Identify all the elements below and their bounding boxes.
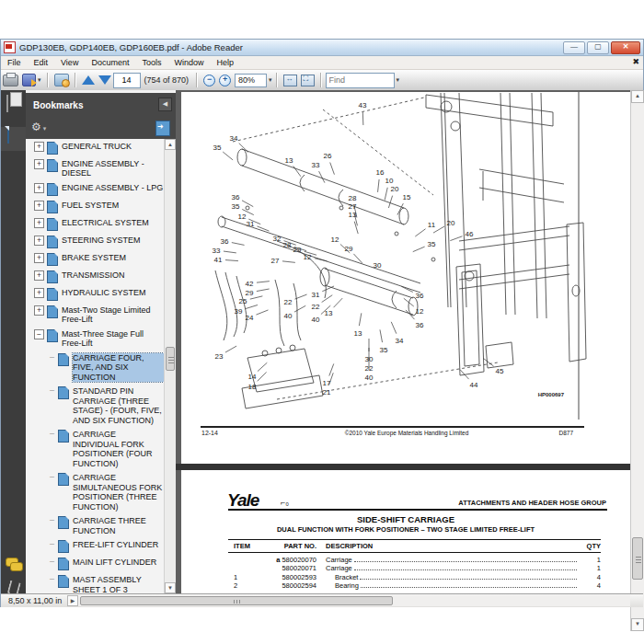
bookmark-item[interactable]: +ELECTRICAL SYSTEM — [26, 215, 165, 233]
bookmark-item[interactable]: +FUEL SYSTEM — [26, 198, 165, 215]
bookmark-item[interactable]: –FREE-LIFT CYLINDER — [26, 538, 165, 556]
page-number-input[interactable] — [113, 73, 141, 88]
minimize-button[interactable]: — — [563, 41, 585, 54]
bookmark-item[interactable]: +TRANSMISSION — [26, 268, 165, 285]
bookmark-label[interactable]: STANDARD PIN CARRIAGE (THREE STAGE) - (F… — [73, 386, 164, 425]
fit-width-icon[interactable] — [283, 75, 297, 86]
expander-icon[interactable]: + — [34, 270, 44, 281]
menu-item-edit[interactable]: Edit — [28, 56, 55, 69]
bookmark-label[interactable]: STEERING SYSTEM — [62, 236, 164, 246]
zoom-in-icon[interactable]: + — [219, 75, 231, 86]
bookmark-label[interactable]: FUEL SYSTEM — [62, 201, 164, 211]
bookmark-label[interactable]: MAST ASSEMBLY SHEET 1 OF 3 — [73, 575, 164, 593]
next-page-button[interactable] — [98, 75, 111, 85]
scrollbar-thumb[interactable] — [166, 347, 175, 371]
bookmark-item[interactable]: –STANDARD PIN CARRIAGE (THREE STAGE) - (… — [26, 385, 165, 428]
horizontal-scrollbar[interactable]: ◀ ▶ — [67, 595, 630, 606]
bookmark-item[interactable]: +ENGINE ASSEMBLY - DIESEL — [26, 156, 165, 180]
bookmark-label[interactable]: BRAKE SYSTEM — [62, 253, 164, 263]
bookmark-label[interactable]: Mast-Two Stage Limited Free-Lift — [62, 305, 164, 325]
expander-icon[interactable]: + — [34, 183, 44, 193]
bookmark-label[interactable]: CARRIAGE INDIVIDUAL FORK POSITIONER (FOU… — [73, 430, 164, 468]
cell-part-no: 580002593 — [252, 573, 316, 581]
expander-icon[interactable]: + — [34, 201, 44, 211]
toolbar-divider — [196, 73, 198, 87]
page-size-label: 8,50 x 11,00 in — [8, 596, 62, 605]
diagram-callout: 31 — [247, 220, 255, 228]
page-thumbnails-icon[interactable] — [5, 96, 22, 116]
chevron-down-icon[interactable]: ▾ — [269, 76, 272, 84]
attachments-paperclip-icon[interactable] — [6, 581, 21, 593]
zoom-level-select[interactable]: 80% — [235, 74, 267, 87]
menu-item-tools[interactable]: Tools — [135, 56, 167, 69]
scrollbar-thumb[interactable] — [80, 596, 393, 605]
menu-item-document[interactable]: Document — [85, 56, 135, 69]
scroll-right-icon[interactable]: ▶ — [67, 595, 78, 606]
bookmark-label[interactable]: MAIN LIFT CYLINDER — [73, 558, 164, 568]
bookmark-label[interactable]: ENGINE ASSEMBLY - LPG — [62, 183, 164, 193]
collapse-panel-icon[interactable]: ◀ — [158, 98, 172, 111]
expander-icon[interactable]: + — [34, 236, 44, 246]
expander-icon[interactable]: + — [34, 305, 44, 316]
menu-item-view[interactable]: View — [54, 56, 85, 69]
scroll-up-icon[interactable]: ▲ — [165, 139, 176, 150]
scrollbar-thumb[interactable] — [632, 537, 643, 580]
previous-page-button[interactable] — [82, 75, 95, 85]
send-button[interactable]: ▾ — [22, 74, 41, 86]
callout-leader-line — [385, 188, 387, 201]
bookmark-label[interactable]: HYDRAULIC SYSTEM — [62, 288, 164, 298]
expand-current-bookmark-icon[interactable] — [155, 121, 170, 136]
expander-icon[interactable]: − — [34, 329, 44, 339]
bookmark-label-selected[interactable]: CARRIAGE FOUR, FIVE, AND SIX FUNCTION — [73, 353, 164, 383]
options-gear-icon[interactable]: ⚙▾ — [31, 121, 46, 133]
document-close-icon[interactable]: ✖ — [632, 57, 639, 66]
scroll-down-icon[interactable]: ▼ — [631, 618, 644, 631]
menu-item-file[interactable]: File — [1, 56, 28, 69]
comments-icon[interactable] — [10, 562, 23, 571]
print-button[interactable] — [3, 75, 18, 86]
bookmark-item[interactable]: +GENERAL TRUCK — [26, 139, 165, 156]
expander-icon[interactable]: + — [34, 142, 44, 152]
bookmark-label[interactable]: CARRIAGE THREE FUNCTION — [73, 516, 164, 535]
page-count-label: (754 of 870) — [144, 75, 190, 85]
bookmark-item[interactable]: –CARRIAGE THREE FUNCTION — [26, 514, 165, 538]
expander-icon[interactable]: + — [34, 218, 44, 228]
zoom-out-icon[interactable]: − — [203, 75, 215, 86]
bookmarks-scrollbar[interactable]: ▲ ▼ — [164, 139, 176, 593]
bookmark-item[interactable]: –CARRIAGE INDIVIDUAL FORK POSITIONER (FO… — [26, 428, 165, 471]
bookmark-label[interactable]: FREE-LIFT CYLINDER — [73, 540, 164, 550]
bookmarks-tab[interactable] — [1, 127, 26, 151]
bookmark-label[interactable]: GENERAL TRUCK — [62, 142, 164, 152]
bookmark-label[interactable]: ENGINE ASSEMBLY - DIESEL — [62, 159, 164, 178]
chevron-down-icon[interactable]: ▾ — [397, 76, 400, 84]
bookmark-label[interactable]: ELECTRICAL SYSTEM — [62, 218, 164, 228]
expander-icon[interactable]: + — [34, 288, 44, 298]
menu-item-help[interactable]: Help — [210, 56, 240, 69]
bookmark-item[interactable]: +ENGINE ASSEMBLY - LPG — [26, 180, 165, 198]
bookmark-item[interactable]: +BRAKE SYSTEM — [26, 250, 165, 268]
expander-icon[interactable]: + — [34, 159, 44, 169]
find-input[interactable] — [326, 73, 395, 88]
bookmark-item[interactable]: –CARRIAGE FOUR, FIVE, AND SIX FUNCTION — [26, 351, 165, 385]
bookmark-page-icon — [47, 159, 58, 172]
menu-item-window[interactable]: Window — [167, 56, 210, 69]
bookmark-item[interactable]: –MAIN LIFT CYLINDER — [26, 556, 165, 573]
bookmark-label[interactable]: TRANSMISSION — [62, 270, 164, 281]
bookmark-label[interactable]: CARRIAGE SIMULTANEOUS FORK POSITIONER (T… — [73, 473, 164, 512]
bookmark-label[interactable]: Mast-Three Stage Full Free-Lift — [62, 329, 164, 349]
collaborate-button[interactable] — [54, 74, 69, 86]
vertical-scrollbar[interactable]: ▲ ▼ — [630, 90, 644, 631]
bookmark-item[interactable]: –CARRIAGE SIMULTANEOUS FORK POSITIONER (… — [26, 471, 165, 514]
maximize-button[interactable]: ▢ — [587, 41, 609, 54]
expander-icon[interactable]: + — [34, 253, 44, 263]
bookmark-item[interactable]: +HYDRAULIC SYSTEM — [26, 285, 165, 303]
bookmark-item[interactable]: –MAST ASSEMBLY SHEET 1 OF 3 — [26, 573, 165, 594]
bookmark-item[interactable]: +Mast-Two Stage Limited Free-Lift — [26, 303, 165, 327]
scroll-up-icon[interactable]: ▲ — [631, 90, 644, 103]
close-button[interactable]: ✕ — [611, 41, 640, 54]
header-rule — [228, 509, 607, 511]
fit-page-icon[interactable] — [301, 75, 315, 86]
bookmark-item[interactable]: −Mast-Three Stage Full Free-Lift — [26, 327, 165, 351]
scroll-down-icon[interactable]: ▼ — [165, 582, 176, 593]
bookmark-item[interactable]: +STEERING SYSTEM — [26, 233, 165, 250]
